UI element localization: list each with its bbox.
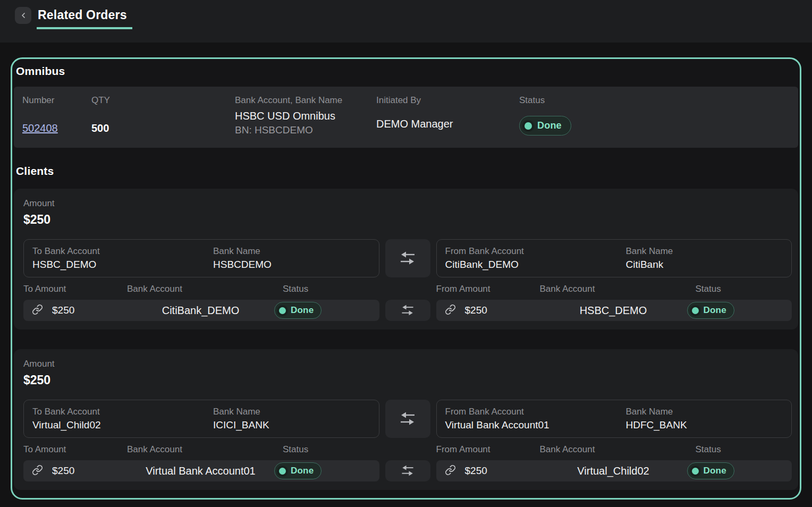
amount-value: $250: [23, 373, 792, 387]
to-bank-account-cell: CitiBank_DEMO: [127, 305, 274, 317]
client-order-card: Amount $250 To Bank Account HSBC_DEMO Ba…: [14, 189, 798, 329]
status-badge-label: Done: [291, 305, 314, 316]
bank-account-header: Bank Account: [127, 284, 283, 294]
omnibus-initiated-by-label: Initiated By: [376, 95, 519, 105]
from-bank-account-label: From Bank Account: [445, 407, 626, 417]
to-status-badge: Done: [274, 302, 322, 319]
omnibus-bank-name-value: BN: HSBCDEMO: [235, 123, 376, 137]
to-bank-account-label: To Bank Account: [32, 407, 213, 417]
status-dot: [692, 468, 699, 475]
omnibus-number-link[interactable]: 502408: [22, 122, 58, 134]
bank-name-value: HSBCDEMO: [213, 259, 370, 271]
linked-order-button[interactable]: [32, 304, 43, 317]
bank-name-value: HDFC_BANK: [626, 419, 783, 431]
status-badge-label: Done: [291, 466, 314, 476]
from-bank-account-cell: Virtual_Child02: [540, 465, 687, 477]
to-bank-account-box: To Bank Account HSBC_DEMO Bank Name HSBC…: [23, 239, 379, 277]
status-header: Status: [283, 444, 379, 454]
to-bank-account-label: To Bank Account: [32, 246, 213, 256]
from-leg-row: $250 HSBC_DEMO Done: [436, 300, 792, 321]
bank-name-value: CitiBank: [626, 259, 783, 271]
omnibus-bank-account-value: HSBC USD Omnibus: [235, 108, 376, 123]
to-amount-value: $250: [52, 305, 74, 316]
bank-account-header: Bank Account: [540, 284, 696, 294]
link-icon: [32, 304, 43, 317]
linked-order-button[interactable]: [445, 304, 456, 317]
from-bank-account-label: From Bank Account: [445, 246, 626, 256]
from-amount-value: $250: [465, 305, 487, 316]
status-dot: [279, 468, 286, 475]
swap-direction-button[interactable]: [385, 400, 430, 438]
omnibus-status-badge: Done: [519, 116, 571, 136]
from-bank-account-value: Virtual Bank Account01: [445, 419, 626, 431]
swap-direction-button[interactable]: [385, 460, 430, 481]
link-icon: [32, 464, 43, 477]
client-order-card: Amount $250 To Bank Account Virtual_Chil…: [14, 349, 798, 490]
swap-arrows-icon: [400, 410, 415, 428]
back-button[interactable]: [15, 7, 31, 24]
bank-name-label: Bank Name: [213, 246, 370, 256]
status-badge-label: Done: [704, 466, 726, 476]
from-bank-account-cell: HSBC_DEMO: [540, 305, 687, 317]
status-dot: [279, 307, 286, 314]
to-status-badge: Done: [274, 462, 322, 479]
from-status-badge: Done: [687, 302, 734, 319]
to-bank-account-value: Virtual_Child02: [32, 419, 213, 431]
page-title: Related Orders: [38, 7, 127, 23]
bank-name-label: Bank Name: [626, 246, 783, 256]
from-amount-header: From Amount: [436, 284, 540, 294]
bank-account-header: Bank Account: [127, 444, 283, 454]
to-amount-value: $250: [52, 465, 74, 477]
to-leg-row: $250 CitiBank_DEMO Done: [23, 300, 379, 321]
omnibus-qty-value: 500: [91, 122, 235, 134]
from-amount-header: From Amount: [436, 444, 540, 454]
from-amount-value: $250: [465, 465, 487, 477]
omnibus-initiated-by-value: DEMO Manager: [376, 118, 519, 130]
swap-arrows-icon: [401, 303, 415, 318]
status-dot: [692, 307, 699, 314]
from-leg-row: $250 Virtual_Child02 Done: [436, 460, 792, 481]
from-bank-account-box: From Bank Account Virtual Bank Account01…: [436, 400, 792, 438]
omnibus-bank-label: Bank Account, Bank Name: [235, 95, 376, 105]
to-leg-row: $250 Virtual Bank Account01 Done: [23, 460, 379, 481]
omnibus-section-title: Omnibus: [16, 65, 798, 78]
omnibus-number-label: Number: [22, 95, 91, 105]
link-icon: [445, 464, 456, 477]
from-status-badge: Done: [687, 462, 734, 479]
swap-arrows-icon: [400, 249, 415, 268]
to-amount-header: To Amount: [23, 284, 127, 294]
swap-arrows-icon: [401, 463, 415, 479]
amount-value: $250: [23, 213, 792, 227]
to-amount-header: To Amount: [23, 444, 127, 454]
bank-name-label: Bank Name: [626, 407, 783, 417]
bank-name-value: ICICI_BANK: [213, 419, 370, 431]
to-bank-account-box: To Bank Account Virtual_Child02 Bank Nam…: [23, 400, 379, 438]
status-header: Status: [696, 444, 792, 454]
link-icon: [445, 304, 456, 317]
omnibus-qty-label: QTY: [91, 95, 235, 105]
bank-name-label: Bank Name: [213, 407, 370, 417]
swap-direction-button[interactable]: [385, 300, 430, 321]
status-header: Status: [696, 284, 792, 294]
to-bank-account-value: HSBC_DEMO: [32, 259, 213, 271]
omnibus-summary-panel: Number 502408 QTY 500 Bank Account, Bank…: [14, 87, 798, 148]
omnibus-status-label: Status: [519, 95, 790, 105]
title-underline: Related Orders: [37, 7, 132, 29]
to-bank-account-cell: Virtual Bank Account01: [127, 465, 274, 477]
status-dot: [525, 122, 532, 130]
linked-order-button[interactable]: [32, 464, 43, 477]
related-orders-panel: Omnibus Number 502408 QTY 500 Bank Accou…: [11, 57, 801, 500]
bank-account-header: Bank Account: [540, 444, 696, 454]
swap-direction-button[interactable]: [385, 239, 430, 277]
amount-label: Amount: [23, 198, 792, 209]
status-badge-label: Done: [704, 305, 726, 316]
clients-section-title: Clients: [16, 165, 798, 178]
from-bank-account-value: CitiBank_DEMO: [445, 259, 626, 271]
status-header: Status: [283, 284, 379, 294]
status-badge-label: Done: [537, 120, 562, 131]
from-bank-account-box: From Bank Account CitiBank_DEMO Bank Nam…: [436, 239, 792, 277]
top-bar: Related Orders: [0, 0, 812, 43]
chevron-left-icon: [19, 11, 28, 20]
amount-label: Amount: [23, 359, 792, 369]
linked-order-button[interactable]: [445, 464, 456, 477]
